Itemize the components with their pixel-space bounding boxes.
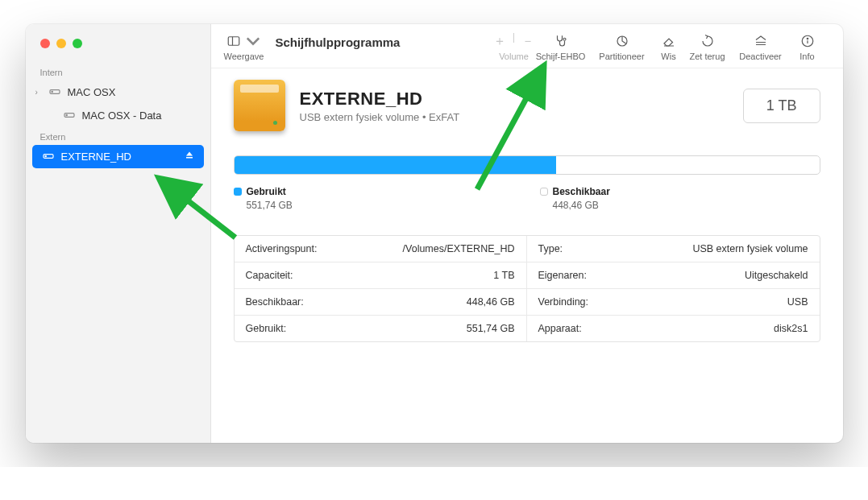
sidebar-item-mac-osx[interactable]: › MAC OSX bbox=[26, 81, 210, 104]
content-area: EXTERNE_HD USB extern fysiek volume • Ex… bbox=[211, 68, 843, 443]
stethoscope-icon bbox=[554, 32, 568, 50]
detail-value: 448,46 GB bbox=[467, 296, 515, 308]
external-disk-icon bbox=[42, 149, 55, 164]
main-panel: Weergave Schijfhulpprogramma ＋ | － Volum… bbox=[211, 24, 843, 443]
svg-rect-6 bbox=[186, 157, 193, 159]
sidebar-item-label: MAC OSX bbox=[68, 86, 116, 98]
toolbar-first-aid[interactable]: Schijf-EHBO bbox=[530, 32, 592, 61]
swatch-used bbox=[234, 188, 242, 196]
detail-row: Activeringspunt:/Volumes/EXTERNE_HD bbox=[235, 236, 526, 262]
detail-key: Eigenaren: bbox=[538, 270, 587, 281]
detail-row: Eigenaren:Uitgeschakeld bbox=[527, 262, 820, 288]
detail-row: Apparaat:disk2s1 bbox=[527, 315, 820, 341]
detail-key: Beschikbaar: bbox=[246, 296, 304, 308]
disclosure-chevron-icon[interactable]: › bbox=[35, 88, 42, 97]
detail-value: USB extern fysiek volume bbox=[692, 243, 808, 254]
toolbar-info[interactable]: Info bbox=[791, 32, 824, 61]
detail-key: Gebruikt: bbox=[246, 323, 287, 334]
detail-value: USB bbox=[787, 296, 808, 308]
minimize-window-button[interactable] bbox=[56, 39, 66, 48]
toolbar-volume: ＋ | － Volume bbox=[498, 32, 530, 61]
disk-utility-window: Intern › MAC OSX MAC OSX - Data Extern E… bbox=[26, 24, 843, 443]
chevron-down-icon bbox=[246, 34, 260, 48]
toolbar-volume-label: Volume bbox=[499, 52, 529, 61]
svg-point-16 bbox=[807, 38, 808, 39]
detail-row: Gebruikt:551,74 GB bbox=[235, 315, 526, 341]
svg-point-5 bbox=[45, 155, 46, 156]
svg-rect-7 bbox=[229, 37, 240, 46]
volume-subtitle: USB extern fysiek volume • ExFAT bbox=[300, 111, 460, 123]
toolbar-erase[interactable]: Wis bbox=[653, 32, 685, 61]
internal-disk-icon bbox=[48, 85, 61, 100]
detail-value: /Volumes/EXTERNE_HD bbox=[403, 243, 515, 254]
eject-icon[interactable] bbox=[185, 151, 194, 163]
toolbar: Weergave Schijfhulpprogramma ＋ | － Volum… bbox=[211, 24, 843, 68]
toolbar-view-label: Weergave bbox=[224, 52, 264, 61]
detail-value: disk2s1 bbox=[774, 323, 808, 334]
details-table: Activeringspunt:/Volumes/EXTERNE_HDCapac… bbox=[234, 235, 820, 342]
sidebar-item-mac-osx-data[interactable]: MAC OSX - Data bbox=[26, 104, 210, 127]
toolbar-restore[interactable]: Zet terug bbox=[685, 32, 730, 61]
usage-bar bbox=[234, 155, 820, 175]
fullscreen-window-button[interactable] bbox=[73, 39, 82, 48]
window-controls bbox=[26, 35, 210, 63]
swatch-free bbox=[540, 188, 548, 196]
toolbar-view[interactable]: Weergave bbox=[224, 32, 264, 61]
capacity-badge: 1 TB bbox=[743, 89, 820, 123]
svg-point-1 bbox=[52, 91, 52, 92]
unmount-icon bbox=[754, 32, 768, 50]
svg-point-9 bbox=[563, 38, 566, 40]
detail-row: Beschikbaar:448,46 GB bbox=[235, 288, 526, 315]
close-window-button[interactable] bbox=[40, 39, 50, 48]
legend-free: Beschikbaar 448,46 GB bbox=[540, 186, 782, 211]
detail-key: Apparaat: bbox=[538, 323, 582, 334]
app-title: Schijfhulpprogramma bbox=[275, 35, 400, 59]
detail-value: 1 TB bbox=[493, 270, 514, 281]
usage-legend: Gebruikt 551,74 GB Beschikbaar 448,46 GB bbox=[234, 186, 820, 211]
volume-name: EXTERNE_HD bbox=[300, 89, 460, 110]
detail-key: Verbinding: bbox=[538, 296, 589, 308]
restore-icon bbox=[700, 32, 715, 50]
info-icon bbox=[800, 32, 815, 50]
toolbar-partition[interactable]: Partitioneer bbox=[592, 32, 653, 61]
sidebar-section-internal: Intern bbox=[26, 63, 210, 81]
detail-key: Capaciteit: bbox=[246, 270, 293, 281]
sidebar-toggle-icon bbox=[226, 32, 260, 50]
sidebar-item-label: EXTERNE_HD bbox=[61, 151, 131, 163]
sidebar-item-label: MAC OSX - Data bbox=[82, 110, 162, 122]
svg-point-3 bbox=[66, 114, 67, 115]
volume-header: EXTERNE_HD USB extern fysiek volume • Ex… bbox=[234, 80, 820, 131]
pie-chart-icon bbox=[615, 32, 629, 50]
plus-icon[interactable]: ＋ bbox=[493, 33, 506, 50]
internal-disk-icon bbox=[63, 108, 76, 123]
eraser-icon bbox=[662, 32, 676, 50]
sidebar-section-external: Extern bbox=[26, 127, 210, 145]
sidebar: Intern › MAC OSX MAC OSX - Data Extern E… bbox=[26, 24, 211, 443]
detail-row: Type:USB extern fysiek volume bbox=[527, 236, 820, 262]
detail-key: Activeringspunt: bbox=[246, 243, 318, 254]
detail-key: Type: bbox=[538, 243, 563, 254]
detail-value: 551,74 GB bbox=[467, 323, 515, 334]
external-drive-icon bbox=[234, 80, 285, 131]
usage-bar-used bbox=[235, 156, 556, 174]
detail-row: Verbinding:USB bbox=[527, 288, 820, 315]
legend-used: Gebruikt 551,74 GB bbox=[234, 186, 476, 211]
detail-row: Capaciteit:1 TB bbox=[235, 262, 526, 288]
detail-value: Uitgeschakeld bbox=[745, 270, 808, 281]
toolbar-unmount[interactable]: Deactiveer bbox=[730, 32, 791, 61]
sidebar-item-externe-hd[interactable]: EXTERNE_HD bbox=[32, 145, 204, 168]
